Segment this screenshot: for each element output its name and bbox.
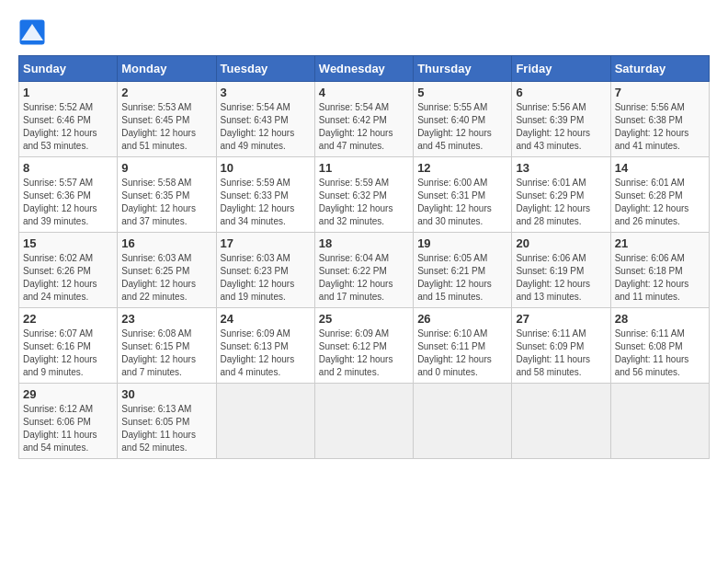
day-info: Sunrise: 6:07 AMSunset: 6:16 PMDaylight:… — [23, 328, 97, 377]
calendar-day-cell: 17 Sunrise: 6:03 AMSunset: 6:23 PMDaylig… — [216, 233, 314, 308]
day-number: 9 — [121, 161, 211, 175]
empty-cell — [512, 384, 610, 459]
day-info: Sunrise: 6:11 AMSunset: 6:09 PMDaylight:… — [516, 328, 590, 377]
empty-cell — [414, 384, 512, 459]
day-number: 11 — [319, 161, 409, 175]
logo — [18, 18, 50, 46]
day-info: Sunrise: 6:04 AMSunset: 6:22 PMDaylight:… — [319, 253, 393, 302]
calendar-week-row: 8 Sunrise: 5:57 AMSunset: 6:36 PMDayligh… — [19, 157, 710, 233]
day-info: Sunrise: 6:01 AMSunset: 6:29 PMDaylight:… — [516, 178, 590, 226]
weekday-header: Saturday — [610, 56, 709, 82]
day-info: Sunrise: 6:02 AMSunset: 6:26 PMDaylight:… — [23, 253, 97, 302]
calendar-day-cell: 13 Sunrise: 6:01 AMSunset: 6:29 PMDaylig… — [512, 157, 610, 233]
calendar-day-cell: 30 Sunrise: 6:13 AMSunset: 6:05 PMDaylig… — [118, 384, 216, 459]
calendar-week-row: 15 Sunrise: 6:02 AMSunset: 6:26 PMDaylig… — [19, 233, 710, 308]
calendar-day-cell: 8 Sunrise: 5:57 AMSunset: 6:36 PMDayligh… — [19, 157, 118, 233]
day-info: Sunrise: 6:03 AMSunset: 6:25 PMDaylight:… — [121, 253, 196, 302]
day-number: 16 — [121, 236, 211, 250]
day-number: 7 — [615, 86, 705, 99]
calendar-day-cell: 27 Sunrise: 6:11 AMSunset: 6:09 PMDaylig… — [512, 308, 610, 384]
day-number: 18 — [319, 236, 409, 250]
day-number: 6 — [516, 86, 606, 99]
calendar-day-cell: 1 Sunrise: 5:52 AMSunset: 6:46 PMDayligh… — [19, 82, 118, 157]
day-info: Sunrise: 6:01 AMSunset: 6:28 PMDaylight:… — [615, 178, 689, 226]
day-number: 19 — [417, 236, 507, 250]
day-info: Sunrise: 5:52 AMSunset: 6:46 PMDaylight:… — [23, 102, 97, 151]
calendar-header: SundayMondayTuesdayWednesdayThursdayFrid… — [19, 56, 710, 82]
calendar-day-cell: 12 Sunrise: 6:00 AMSunset: 6:31 PMDaylig… — [414, 157, 512, 233]
calendar-day-cell: 18 Sunrise: 6:04 AMSunset: 6:22 PMDaylig… — [314, 233, 413, 308]
day-number: 10 — [221, 161, 311, 175]
weekday-header: Tuesday — [216, 56, 314, 82]
day-info: Sunrise: 5:59 AMSunset: 6:32 PMDaylight:… — [319, 178, 393, 226]
day-number: 20 — [516, 236, 606, 250]
day-number: 26 — [417, 312, 507, 326]
day-number: 28 — [615, 312, 705, 326]
calendar-day-cell: 25 Sunrise: 6:09 AMSunset: 6:12 PMDaylig… — [314, 308, 413, 384]
calendar-day-cell: 23 Sunrise: 6:08 AMSunset: 6:15 PMDaylig… — [118, 308, 216, 384]
day-number: 24 — [221, 312, 311, 326]
day-number: 2 — [121, 86, 211, 99]
day-number: 8 — [23, 161, 113, 175]
calendar-day-cell: 2 Sunrise: 5:53 AMSunset: 6:45 PMDayligh… — [118, 82, 216, 157]
day-info: Sunrise: 5:56 AMSunset: 6:39 PMDaylight:… — [516, 102, 590, 151]
calendar-day-cell: 11 Sunrise: 5:59 AMSunset: 6:32 PMDaylig… — [314, 157, 413, 233]
logo-icon — [18, 18, 46, 46]
day-info: Sunrise: 6:11 AMSunset: 6:08 PMDaylight:… — [615, 328, 689, 377]
day-info: Sunrise: 6:06 AMSunset: 6:18 PMDaylight:… — [615, 253, 689, 302]
calendar-day-cell: 6 Sunrise: 5:56 AMSunset: 6:39 PMDayligh… — [512, 82, 610, 157]
day-info: Sunrise: 6:12 AMSunset: 6:06 PMDaylight:… — [23, 404, 97, 453]
calendar-week-row: 29 Sunrise: 6:12 AMSunset: 6:06 PMDaylig… — [19, 384, 710, 459]
calendar-day-cell: 16 Sunrise: 6:03 AMSunset: 6:25 PMDaylig… — [118, 233, 216, 308]
empty-cell — [216, 384, 314, 459]
day-number: 13 — [516, 161, 606, 175]
calendar-day-cell: 22 Sunrise: 6:07 AMSunset: 6:16 PMDaylig… — [19, 308, 118, 384]
calendar-day-cell: 10 Sunrise: 5:59 AMSunset: 6:33 PMDaylig… — [216, 157, 314, 233]
calendar-day-cell: 20 Sunrise: 6:06 AMSunset: 6:19 PMDaylig… — [512, 233, 610, 308]
weekday-header: Monday — [118, 56, 216, 82]
day-info: Sunrise: 5:54 AMSunset: 6:43 PMDaylight:… — [221, 102, 295, 151]
day-info: Sunrise: 6:09 AMSunset: 6:13 PMDaylight:… — [221, 328, 295, 377]
calendar-day-cell: 14 Sunrise: 6:01 AMSunset: 6:28 PMDaylig… — [610, 157, 709, 233]
calendar-day-cell: 26 Sunrise: 6:10 AMSunset: 6:11 PMDaylig… — [414, 308, 512, 384]
day-info: Sunrise: 6:09 AMSunset: 6:12 PMDaylight:… — [319, 328, 393, 377]
weekday-header: Friday — [512, 56, 610, 82]
day-number: 5 — [417, 86, 507, 99]
day-info: Sunrise: 6:06 AMSunset: 6:19 PMDaylight:… — [516, 253, 590, 302]
calendar-day-cell: 4 Sunrise: 5:54 AMSunset: 6:42 PMDayligh… — [314, 82, 413, 157]
day-number: 4 — [319, 86, 409, 99]
day-info: Sunrise: 5:54 AMSunset: 6:42 PMDaylight:… — [319, 102, 393, 151]
day-number: 22 — [23, 312, 113, 326]
day-number: 12 — [417, 161, 507, 175]
weekday-header: Wednesday — [314, 56, 413, 82]
calendar-week-row: 1 Sunrise: 5:52 AMSunset: 6:46 PMDayligh… — [19, 82, 710, 157]
calendar-day-cell: 7 Sunrise: 5:56 AMSunset: 6:38 PMDayligh… — [610, 82, 709, 157]
day-info: Sunrise: 6:03 AMSunset: 6:23 PMDaylight:… — [221, 253, 295, 302]
calendar-day-cell: 28 Sunrise: 6:11 AMSunset: 6:08 PMDaylig… — [610, 308, 709, 384]
day-info: Sunrise: 5:57 AMSunset: 6:36 PMDaylight:… — [23, 178, 97, 226]
day-info: Sunrise: 6:10 AMSunset: 6:11 PMDaylight:… — [417, 328, 492, 377]
day-info: Sunrise: 5:55 AMSunset: 6:40 PMDaylight:… — [417, 102, 492, 151]
day-number: 1 — [23, 86, 113, 99]
day-number: 29 — [23, 387, 113, 401]
day-info: Sunrise: 5:59 AMSunset: 6:33 PMDaylight:… — [221, 178, 295, 226]
calendar-day-cell: 9 Sunrise: 5:58 AMSunset: 6:35 PMDayligh… — [118, 157, 216, 233]
day-number: 14 — [615, 161, 705, 175]
calendar-day-cell: 24 Sunrise: 6:09 AMSunset: 6:13 PMDaylig… — [216, 308, 314, 384]
day-info: Sunrise: 6:05 AMSunset: 6:21 PMDaylight:… — [417, 253, 492, 302]
day-number: 30 — [121, 387, 211, 401]
calendar-day-cell: 5 Sunrise: 5:55 AMSunset: 6:40 PMDayligh… — [414, 82, 512, 157]
empty-cell — [314, 384, 413, 459]
day-info: Sunrise: 6:00 AMSunset: 6:31 PMDaylight:… — [417, 178, 492, 226]
weekday-header: Sunday — [19, 56, 118, 82]
day-number: 23 — [121, 312, 211, 326]
day-info: Sunrise: 5:58 AMSunset: 6:35 PMDaylight:… — [121, 178, 196, 226]
day-info: Sunrise: 5:56 AMSunset: 6:38 PMDaylight:… — [615, 102, 689, 151]
day-info: Sunrise: 6:08 AMSunset: 6:15 PMDaylight:… — [121, 328, 196, 377]
day-number: 15 — [23, 236, 113, 250]
day-info: Sunrise: 6:13 AMSunset: 6:05 PMDaylight:… — [121, 404, 196, 453]
calendar-day-cell: 29 Sunrise: 6:12 AMSunset: 6:06 PMDaylig… — [19, 384, 118, 459]
empty-cell — [610, 384, 709, 459]
day-number: 17 — [221, 236, 311, 250]
calendar-table: SundayMondayTuesdayWednesdayThursdayFrid… — [18, 55, 710, 459]
